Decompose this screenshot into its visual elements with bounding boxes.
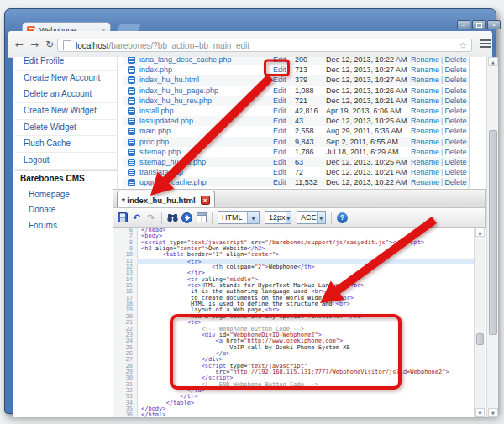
reload-icon[interactable]: ↻	[45, 39, 54, 50]
goto-icon[interactable]	[181, 212, 192, 223]
file-delete-link[interactable]: Delete	[444, 65, 466, 74]
file-name-link[interactable]: index_hu_hu_rev.php	[139, 96, 212, 106]
scroll-up-icon[interactable]: ▲	[488, 57, 498, 66]
file-name-link[interactable]: upgrade_cache.php	[139, 177, 207, 187]
table-row: sitemap_hu_hu.php Edit 63 Dec 12, 2013, …	[123, 157, 469, 167]
file-actions: Rename|Delete	[411, 126, 466, 136]
file-delete-link[interactable]: Delete	[444, 107, 466, 115]
file-delete-link[interactable]: Delete	[444, 57, 466, 64]
file-rename-link[interactable]: Rename	[411, 168, 439, 176]
editor-dropdown[interactable]: 12px ▼	[265, 211, 291, 224]
preview-icon[interactable]	[196, 212, 207, 223]
file-name-link[interactable]: translate.php	[139, 167, 183, 177]
page-scrollbar-thumb[interactable]	[489, 130, 497, 335]
line-number: 35	[113, 406, 137, 412]
undo-icon[interactable]: ↶	[131, 212, 142, 223]
scroll-up-icon[interactable]: ▲	[475, 228, 485, 237]
dropdown-arrow-icon[interactable]: ▼	[247, 212, 259, 223]
sidebar-item[interactable]: Delete an Account	[15, 86, 117, 103]
file-delete-link[interactable]: Delete	[444, 76, 466, 84]
file-rename-link[interactable]: Rename	[411, 57, 439, 64]
sidebar-item[interactable]: Edit Profile	[15, 57, 117, 71]
editor-dropdown[interactable]: ACE ▼	[297, 211, 326, 224]
file-name-link[interactable]: index_hu_hu.html	[139, 75, 199, 85]
file-edit-link[interactable]: Edit	[273, 157, 286, 167]
file-edit-link[interactable]: Edit	[273, 177, 286, 187]
file-edit-link[interactable]: Edit	[273, 96, 286, 106]
minimize-button[interactable]: –	[457, 20, 470, 29]
file-delete-link[interactable]: Delete	[444, 86, 466, 95]
sidebar-item[interactable]: Create New Widget	[15, 103, 117, 120]
editor-tab-close-icon[interactable]: ×	[201, 196, 210, 205]
address-bar[interactable]: localhost/barebones/?bb_action=bb_main_e…	[57, 39, 472, 52]
forward-icon[interactable]: →	[30, 39, 39, 50]
editor-dropdown[interactable]: HTML ▼	[218, 211, 260, 224]
file-rename-link[interactable]: Rename	[411, 97, 439, 105]
file-name-link[interactable]: proc.php	[139, 137, 169, 147]
save-icon[interactable]	[117, 212, 128, 223]
file-name-link[interactable]: sitemap.php	[139, 147, 181, 157]
maximize-button[interactable]	[472, 20, 486, 29]
dropdown-arrow-icon[interactable]: ▼	[286, 212, 291, 223]
file-delete-link[interactable]: Delete	[444, 97, 466, 105]
sidebar-item[interactable]: Create New Account	[15, 71, 117, 87]
file-name-link[interactable]: main.php	[139, 126, 171, 136]
file-date: Dec 12, 2013, 10:27 AM	[326, 75, 407, 85]
find-icon[interactable]	[167, 212, 178, 223]
file-rename-link[interactable]: Rename	[411, 65, 439, 74]
file-rename-link[interactable]: Rename	[411, 76, 439, 84]
sidebar-item[interactable]: Delete Widget	[15, 120, 117, 137]
sidebar-item[interactable]: Flush Cache	[15, 136, 117, 153]
file-rename-link[interactable]: Rename	[411, 127, 439, 135]
code-editor[interactable]: 6</head>7<body>8<script type="text/javas…	[113, 228, 474, 417]
file-icon	[128, 57, 135, 64]
file-name-link[interactable]: iana_lang_desc_cache.php	[139, 57, 232, 65]
line-number: 23	[113, 332, 137, 338]
close-button[interactable]: ×	[487, 20, 501, 29]
file-delete-link[interactable]: Delete	[444, 178, 466, 186]
sidebar-link[interactable]: Forums	[15, 218, 117, 234]
file-edit-link[interactable]: Edit	[273, 147, 286, 157]
file-edit-link[interactable]: Edit	[273, 57, 286, 65]
help-icon[interactable]: ?	[337, 212, 348, 223]
file-delete-link[interactable]: Delete	[444, 158, 466, 166]
file-rename-link[interactable]: Rename	[411, 178, 439, 186]
file-delete-link[interactable]: Delete	[444, 148, 466, 156]
file-rename-link[interactable]: Rename	[411, 148, 439, 156]
scroll-down-icon[interactable]: ▼	[475, 408, 485, 417]
file-delete-link[interactable]: Delete	[444, 127, 466, 135]
file-name-link[interactable]: install.php	[139, 106, 174, 116]
bookmark-star-icon[interactable]: ☆	[459, 40, 467, 51]
sidebar-link[interactable]: Homepage	[15, 187, 117, 203]
scroll-down-icon[interactable]: ▼	[488, 408, 498, 417]
file-edit-link[interactable]: Edit	[273, 86, 286, 96]
file-delete-link[interactable]: Delete	[444, 168, 466, 176]
file-edit-link[interactable]: Edit	[273, 106, 286, 116]
file-edit-link[interactable]: Edit	[273, 116, 286, 126]
file-rename-link[interactable]: Rename	[411, 158, 439, 166]
file-rename-link[interactable]: Rename	[411, 107, 439, 115]
file-delete-link[interactable]: Delete	[444, 138, 466, 146]
file-edit-link[interactable]: Edit	[273, 65, 286, 75]
file-name-link[interactable]: index_hu_hu_page.php	[139, 86, 218, 96]
sidebar-link[interactable]: Donate	[15, 202, 117, 218]
back-icon[interactable]: ←	[15, 39, 24, 50]
file-edit-link[interactable]: Edit	[273, 75, 286, 85]
file-name-link[interactable]: index.php	[139, 65, 172, 75]
sidebar-item[interactable]: Logout	[15, 153, 117, 170]
table-row: index_hu_hu_page.php Edit 1,088 Dec 12, …	[123, 86, 469, 96]
file-delete-link[interactable]: Delete	[444, 117, 466, 125]
file-rename-link[interactable]: Rename	[411, 117, 439, 125]
file-edit-link[interactable]: Edit	[273, 126, 286, 136]
file-rename-link[interactable]: Rename	[411, 86, 439, 95]
editor-tab[interactable]: * index_hu_hu.html ×	[117, 191, 215, 208]
editor-scrollbar-thumb[interactable]	[476, 333, 484, 345]
file-name-link[interactable]: lastupdated.php	[139, 116, 193, 126]
file-date: Aug 29, 2011, 6:36 AM	[326, 126, 402, 136]
dropdown-arrow-icon[interactable]: ▼	[317, 212, 325, 223]
file-edit-link[interactable]: Edit	[273, 167, 286, 177]
menu-hamburger-icon[interactable]	[479, 38, 492, 51]
file-name-link[interactable]: sitemap_hu_hu.php	[139, 157, 206, 167]
file-rename-link[interactable]: Rename	[411, 138, 439, 146]
file-edit-link[interactable]: Edit	[273, 137, 286, 147]
